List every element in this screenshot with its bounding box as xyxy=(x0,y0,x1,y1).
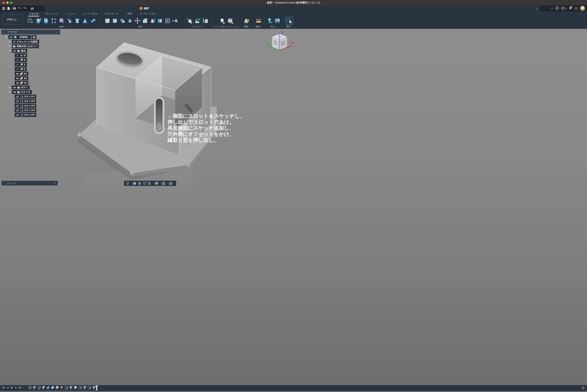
construct-plane-button[interactable] xyxy=(243,16,250,25)
tab-surface[interactable]: サーフェス xyxy=(46,12,58,16)
tab-manage[interactable]: 管理 xyxy=(127,12,132,16)
tree-row-axis-z[interactable]: Z xyxy=(1,67,60,71)
expander-icon[interactable] xyxy=(8,91,11,94)
physical-material-button[interactable] xyxy=(172,16,178,25)
shell-button[interactable] xyxy=(112,16,118,25)
tree-row-sketches[interactable]: スケッチ xyxy=(1,90,60,94)
visibility-eye-icon[interactable] xyxy=(16,54,19,57)
visibility-eye-icon[interactable] xyxy=(16,82,19,84)
viewcube[interactable]: 上 左 前 Z X Y xyxy=(267,31,294,58)
tab-utilities[interactable]: ユーティリティ xyxy=(139,12,156,16)
visibility-eye-off-icon[interactable] xyxy=(16,109,19,112)
new-component-button[interactable] xyxy=(194,16,201,25)
group-label-select[interactable]: 選択 ▾ xyxy=(284,25,294,28)
combine-button[interactable] xyxy=(119,16,126,25)
expander-icon[interactable] xyxy=(8,86,11,89)
tree-row-sketch2[interactable]: スケッチ2 xyxy=(1,99,60,103)
create-sketch-button[interactable] xyxy=(27,16,34,25)
zoom-icon[interactable] xyxy=(142,182,146,185)
chevron-down-icon[interactable]: ▾ xyxy=(167,182,168,184)
visibility-eye-icon[interactable] xyxy=(16,73,19,75)
offset-frame-button[interactable] xyxy=(164,16,171,25)
visibility-eye-icon[interactable] xyxy=(16,64,19,66)
configuration-table-button[interactable] xyxy=(226,16,234,25)
select-tool-active[interactable] xyxy=(285,16,293,25)
display-settings-icon[interactable] xyxy=(154,182,158,185)
fillet-button[interactable] xyxy=(104,16,111,25)
save-button[interactable] xyxy=(12,6,16,11)
tab-plastic[interactable]: プラスチック xyxy=(104,12,119,16)
visibility-eye-off-icon[interactable] xyxy=(13,50,16,52)
workspace-selector[interactable]: デザイン ▾ xyxy=(2,14,23,25)
group-label-inspect[interactable]: 検査 ▾ xyxy=(254,25,264,28)
visibility-eye-off-icon[interactable] xyxy=(16,105,19,107)
collapse-panel-icon[interactable]: « xyxy=(3,31,4,34)
visibility-eye-off-icon[interactable] xyxy=(16,100,19,102)
expander-icon[interactable] xyxy=(8,50,11,52)
pipe-button[interactable] xyxy=(89,16,96,25)
document-tab[interactable]: 無題* xyxy=(140,7,150,10)
tree-row-named-views[interactable]: 名前の付いたビュー xyxy=(1,44,60,48)
comments-bar[interactable]: コメント + xyxy=(2,181,58,186)
group-label-construct[interactable]: 構築 ▾ xyxy=(242,25,252,28)
visibility-eye-icon[interactable] xyxy=(13,86,16,89)
bom-button[interactable] xyxy=(202,16,209,25)
tree-row-plane-xz[interactable]: XZ xyxy=(1,76,60,80)
tree-row-bodies[interactable]: ボディ xyxy=(1,86,60,90)
orbit-icon[interactable] xyxy=(126,182,130,185)
grid-icon[interactable] xyxy=(162,182,166,185)
visibility-eye-icon[interactable] xyxy=(16,77,19,80)
visibility-eye-off-icon[interactable] xyxy=(16,114,19,116)
root-document-label[interactable]: (未保存) xyxy=(18,35,30,39)
draft-button[interactable] xyxy=(149,16,156,25)
visibility-eye-off-icon[interactable] xyxy=(16,96,19,98)
group-label-insert[interactable]: 挿入 ▾ xyxy=(266,25,281,28)
group-label-create[interactable]: 作成 ▾ xyxy=(27,25,97,28)
rib-button[interactable] xyxy=(82,16,89,25)
tree-row-sketch4[interactable]: スケッチ4 xyxy=(1,108,60,112)
minimize-panel-icon[interactable]: − xyxy=(57,31,58,34)
viewports-icon[interactable] xyxy=(169,182,172,185)
undo-button[interactable]: ↶ ▾ xyxy=(17,6,22,11)
tab-solid[interactable]: ソリッド xyxy=(29,12,38,16)
chevron-down-icon[interactable]: ▾ xyxy=(153,182,154,184)
group-label-configuration[interactable]: コンフィギュレーション ▾ xyxy=(212,25,240,28)
add-comment-icon[interactable]: + xyxy=(54,182,56,185)
insert-derive-button[interactable] xyxy=(186,16,193,25)
chevron-down-icon[interactable]: ▾ xyxy=(160,182,160,184)
expander-icon[interactable] xyxy=(8,40,11,43)
tree-row-root[interactable]: (未保存) xyxy=(1,35,60,39)
sweep-button[interactable] xyxy=(66,16,73,25)
extrude-button[interactable] xyxy=(34,16,42,25)
split-body-button[interactable] xyxy=(156,16,163,25)
file-menu-button[interactable]: ▾ xyxy=(6,6,12,11)
tree-row-origin[interactable]: 原点 xyxy=(1,49,60,53)
tab-sheet-metal[interactable]: シート メタル xyxy=(82,12,98,16)
pattern-button[interactable] xyxy=(50,16,58,25)
tree-row-origin-point[interactable]: O xyxy=(1,54,60,58)
insert-mcmaster-button[interactable] xyxy=(266,16,273,25)
pan-icon[interactable] xyxy=(138,182,142,185)
create-form-button[interactable] xyxy=(58,16,65,25)
visibility-eye-icon[interactable] xyxy=(16,59,19,61)
configure-button[interactable] xyxy=(219,16,226,25)
chevron-down-icon[interactable]: ▾ xyxy=(131,182,132,184)
tree-row-sketch1[interactable]: スケッチ1 xyxy=(1,95,60,99)
offset-face-button[interactable] xyxy=(126,16,134,25)
tree-row-plane-yz[interactable]: YZ xyxy=(1,81,60,85)
tree-row-sketch5[interactable]: スケッチ5 xyxy=(1,113,60,117)
visibility-eye-icon[interactable] xyxy=(9,36,13,38)
expander-icon[interactable] xyxy=(8,45,11,48)
browser-header[interactable]: « ブラウザ − xyxy=(1,30,60,34)
measure-button[interactable] xyxy=(255,16,262,25)
activate-component-radio[interactable] xyxy=(32,35,36,39)
tree-row-document-settings[interactable]: ドキュメントの設定 xyxy=(1,40,60,44)
visibility-eye-icon[interactable] xyxy=(13,91,16,93)
insert-image-button[interactable] xyxy=(274,16,281,25)
tree-row-axis-x[interactable]: X xyxy=(1,58,60,62)
group-label-modify[interactable]: 修正 ▾ xyxy=(104,25,178,28)
chamfer-button[interactable] xyxy=(142,16,148,25)
redo-button[interactable]: ↷ ▾ xyxy=(22,6,27,11)
group-label-assembly[interactable]: アセンブリ ▾ xyxy=(186,25,210,28)
visibility-eye-icon[interactable] xyxy=(16,68,19,70)
